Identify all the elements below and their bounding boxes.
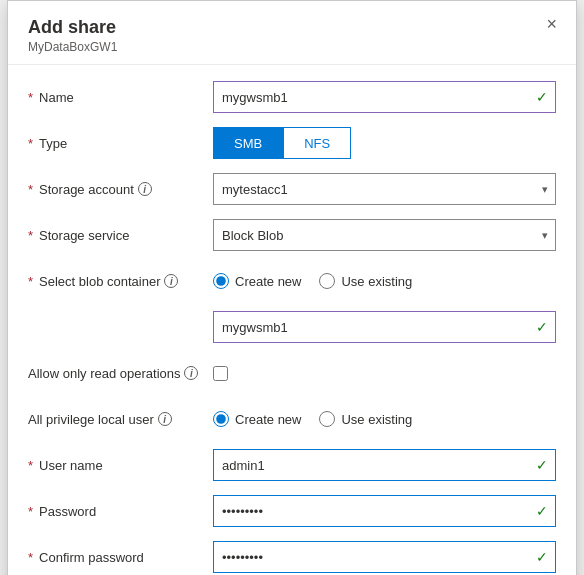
blob-container-input[interactable] xyxy=(213,311,556,343)
name-control: ✓ xyxy=(213,81,556,113)
read-ops-row: Allow only read operations i xyxy=(28,357,556,389)
storage-account-control: mytestacc1 ▾ xyxy=(213,173,556,205)
username-row: * User name ✓ xyxy=(28,449,556,481)
privilege-use-existing-radio[interactable] xyxy=(319,411,335,427)
blob-check-icon: ✓ xyxy=(536,319,548,335)
confirm-password-control: ✓ xyxy=(213,541,556,573)
read-ops-control xyxy=(213,366,556,381)
storage-service-select[interactable]: Block Blob Page Blob Azure Files xyxy=(213,219,556,251)
blob-info-icon: i xyxy=(164,274,178,288)
name-row: * Name ✓ xyxy=(28,81,556,113)
confirm-password-check-icon: ✓ xyxy=(536,549,548,565)
username-control: ✓ xyxy=(213,449,556,481)
read-ops-info-icon: i xyxy=(184,366,198,380)
type-row: * Type SMB NFS xyxy=(28,127,556,159)
storage-service-control: Block Blob Page Blob Azure Files ▾ xyxy=(213,219,556,251)
storage-service-select-wrapper: Block Blob Page Blob Azure Files ▾ xyxy=(213,219,556,251)
name-required-star: * xyxy=(28,90,33,105)
storage-account-select-wrapper: mytestacc1 ▾ xyxy=(213,173,556,205)
storage-service-row: * Storage service Block Blob Page Blob A… xyxy=(28,219,556,251)
password-required-star: * xyxy=(28,504,33,519)
storage-service-required-star: * xyxy=(28,228,33,243)
storage-service-label: * Storage service xyxy=(28,228,213,243)
password-row: * Password ✓ xyxy=(28,495,556,527)
type-nfs-button[interactable]: NFS xyxy=(283,127,351,159)
privilege-label: All privilege local user i xyxy=(28,412,213,427)
password-input[interactable] xyxy=(213,495,556,527)
confirm-password-required-star: * xyxy=(28,550,33,565)
blob-container-control: Create new Use existing xyxy=(213,273,556,289)
confirm-password-label: * Confirm password xyxy=(28,550,213,565)
username-label: * User name xyxy=(28,458,213,473)
password-control: ✓ xyxy=(213,495,556,527)
type-smb-button[interactable]: SMB xyxy=(213,127,283,159)
blob-create-new-option[interactable]: Create new xyxy=(213,273,301,289)
blob-container-label: * Select blob container i xyxy=(28,274,213,289)
privilege-info-icon: i xyxy=(158,412,172,426)
blob-use-existing-option[interactable]: Use existing xyxy=(319,273,412,289)
type-label: * Type xyxy=(28,136,213,151)
name-check-icon: ✓ xyxy=(536,89,548,105)
close-button[interactable]: × xyxy=(541,13,562,35)
add-share-dialog: Add share MyDataBoxGW1 × * Name ✓ * Type xyxy=(7,0,577,575)
confirm-password-input[interactable] xyxy=(213,541,556,573)
name-input-wrapper: ✓ xyxy=(213,81,556,113)
blob-container-row: * Select blob container i Create new Use… xyxy=(28,265,556,297)
storage-account-select[interactable]: mytestacc1 xyxy=(213,173,556,205)
storage-account-required-star: * xyxy=(28,182,33,197)
password-input-wrapper: ✓ xyxy=(213,495,556,527)
privilege-create-new-radio[interactable] xyxy=(213,411,229,427)
confirm-password-row: * Confirm password ✓ xyxy=(28,541,556,573)
blob-use-existing-label: Use existing xyxy=(341,274,412,289)
blob-required-star: * xyxy=(28,274,33,289)
dialog-header: Add share MyDataBoxGW1 × xyxy=(8,1,576,65)
username-input[interactable] xyxy=(213,449,556,481)
username-check-icon: ✓ xyxy=(536,457,548,473)
type-toggle: SMB NFS xyxy=(213,127,556,159)
privilege-row: All privilege local user i Create new Us… xyxy=(28,403,556,435)
username-required-star: * xyxy=(28,458,33,473)
confirm-password-input-wrapper: ✓ xyxy=(213,541,556,573)
dialog-title: Add share xyxy=(28,17,556,38)
privilege-use-existing-label: Use existing xyxy=(341,412,412,427)
blob-value-control: ✓ xyxy=(213,311,556,343)
blob-value-row: ✓ xyxy=(28,311,556,343)
read-ops-label: Allow only read operations i xyxy=(28,366,213,381)
privilege-control: Create new Use existing xyxy=(213,411,556,427)
dialog-subtitle: MyDataBoxGW1 xyxy=(28,40,556,54)
password-check-icon: ✓ xyxy=(536,503,548,519)
storage-account-info-icon: i xyxy=(138,182,152,196)
blob-create-new-radio[interactable] xyxy=(213,273,229,289)
storage-account-label: * Storage account i xyxy=(28,182,213,197)
blob-create-new-label: Create new xyxy=(235,274,301,289)
username-input-wrapper: ✓ xyxy=(213,449,556,481)
privilege-create-new-option[interactable]: Create new xyxy=(213,411,301,427)
password-label: * Password xyxy=(28,504,213,519)
name-label: * Name xyxy=(28,90,213,105)
privilege-radio-group: Create new Use existing xyxy=(213,411,556,427)
blob-value-input-wrapper: ✓ xyxy=(213,311,556,343)
privilege-create-new-label: Create new xyxy=(235,412,301,427)
dialog-body: * Name ✓ * Type SMB NFS xyxy=(8,65,576,575)
read-ops-checkbox[interactable] xyxy=(213,366,228,381)
blob-use-existing-radio[interactable] xyxy=(319,273,335,289)
storage-account-row: * Storage account i mytestacc1 ▾ xyxy=(28,173,556,205)
name-input[interactable] xyxy=(213,81,556,113)
blob-radio-group: Create new Use existing xyxy=(213,273,556,289)
type-required-star: * xyxy=(28,136,33,151)
type-control: SMB NFS xyxy=(213,127,556,159)
privilege-use-existing-option[interactable]: Use existing xyxy=(319,411,412,427)
